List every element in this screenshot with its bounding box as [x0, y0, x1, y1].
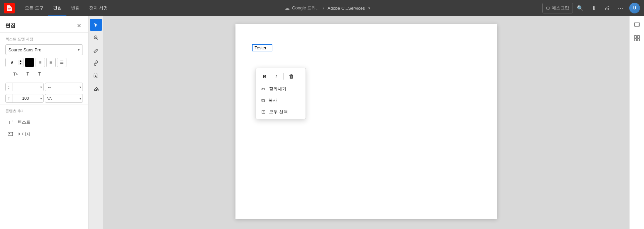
context-copy-label: 복사 [268, 97, 277, 103]
va-icon: VA [45, 94, 54, 102]
download-button[interactable]: ⬇ [588, 2, 600, 14]
canvas-area[interactable]: Tester B I 🗑 ✂ 잘라내기 ⧉ 복사 [103, 16, 629, 229]
menu-convert[interactable]: 변환 [66, 0, 85, 16]
scale-icon: T [6, 94, 12, 102]
font-size-input-wrap: 9 ▲ ▼ [5, 58, 23, 67]
sidebar: 편집 ✕ 텍스트 포맷 지정 Source Sans Pro ▾ 9 ▲ ▼ [0, 16, 89, 229]
select-all-icon: ⊡ [261, 109, 266, 115]
font-size-input[interactable]: 9 [6, 58, 18, 67]
strikethrough-button[interactable]: T [35, 69, 44, 79]
add-image-label: 이미지 [17, 131, 31, 137]
topbar-center: ☁ Google 드라... / Adobe C...Services ▾ [112, 5, 542, 11]
va-chevron[interactable]: ▾ [78, 97, 83, 100]
add-image-icon: + [7, 130, 15, 138]
sidebar-close-button[interactable]: ✕ [75, 21, 83, 30]
svg-line-5 [97, 39, 98, 40]
line-spacing-chevron[interactable]: ▾ [39, 85, 43, 89]
avatar[interactable]: U [629, 3, 640, 13]
more-options-button[interactable]: ⋯ [614, 2, 627, 14]
ordered-list-button[interactable]: ⊟ [46, 58, 56, 67]
link-tool-button[interactable] [90, 57, 102, 69]
text-box[interactable]: Tester [252, 44, 272, 51]
desktop-label: 데스크탑 [552, 5, 569, 11]
superscript-button[interactable]: TA [11, 69, 20, 79]
line-spacing-row: ↕ ▾ ↔ ▾ [0, 81, 88, 93]
line-spacing-control: ↕ ▾ [5, 83, 44, 91]
pdf-page[interactable]: Tester B I 🗑 ✂ 잘라내기 ⧉ 복사 [235, 24, 497, 219]
font-name-label: Source Sans Pro [8, 47, 78, 52]
add-content-section: 콘텐츠 추가 T + 텍스트 + 이미지 [0, 104, 88, 144]
breadcrumb-drive[interactable]: Google 드라... [292, 5, 319, 11]
unordered-list-button[interactable]: ≡ [36, 58, 45, 67]
print-button[interactable]: 🖨 [601, 2, 613, 14]
svg-rect-14 [637, 39, 640, 41]
svg-rect-13 [634, 39, 637, 41]
select-region-tool-button[interactable]: A [90, 70, 102, 82]
char-spacing-chevron[interactable]: ▾ [78, 85, 83, 89]
context-select-all-label: 모두 선택 [269, 109, 288, 115]
svg-text:T: T [8, 120, 11, 125]
format-section: 텍스트 포맷 지정 Source Sans Pro ▾ 9 ▲ ▼ ≡ ⊟ ☰ [0, 33, 88, 81]
char-spacing-icon: ↔ [45, 83, 54, 91]
comments-button[interactable] [631, 19, 643, 31]
topbar: 모든 도구 편집 변환 전자 서명 ☁ Google 드라... / Adobe… [0, 0, 644, 16]
redact-tool-button[interactable] [90, 83, 102, 95]
panels-button[interactable] [631, 32, 643, 44]
right-panel [629, 16, 644, 229]
context-menu: B I 🗑 ✂ 잘라내기 ⧉ 복사 ⊡ 모두 선택 [256, 68, 306, 119]
format-section-label: 텍스트 포맷 지정 [5, 37, 83, 42]
scale-chevron[interactable]: ▾ [39, 97, 43, 100]
context-bold-button[interactable]: B [260, 72, 269, 81]
app-logo[interactable] [4, 3, 15, 13]
add-text-label: 텍스트 [17, 119, 31, 125]
select-tool-button[interactable] [90, 19, 102, 31]
svg-text:+: + [12, 131, 13, 135]
svg-text:+: + [11, 119, 13, 123]
font-size-down-button[interactable]: ▼ [18, 62, 23, 65]
va-control: VA ▾ [45, 94, 83, 103]
scale-value: 100 [12, 96, 39, 101]
context-italic-button[interactable]: I [271, 72, 281, 81]
breadcrumb-service[interactable]: Adobe C...Services [327, 6, 365, 11]
italic-text-button[interactable]: T [23, 69, 32, 79]
svg-text:A: A [95, 75, 97, 78]
toolsbar: A [89, 16, 103, 229]
text-style-row: TA T T [5, 69, 83, 79]
cloud-icon: ☁ [284, 5, 290, 11]
sidebar-header: 편집 ✕ [0, 16, 88, 33]
menu-edit[interactable]: 편집 [48, 0, 66, 16]
breadcrumb-chevron-icon[interactable]: ▾ [368, 6, 370, 10]
topbar-menu: 모든 도구 편집 변환 전자 서명 [20, 0, 112, 16]
font-size-stepper: ▲ ▼ [18, 60, 23, 65]
menu-all-tools[interactable]: 모든 도구 [20, 0, 48, 16]
breadcrumb-separator: / [323, 6, 324, 11]
line-spacing-icon: ↕ [6, 83, 12, 91]
add-text-item[interactable]: T + 텍스트 [5, 116, 83, 128]
search-button[interactable]: 🔍 [574, 2, 586, 14]
svg-line-10 [97, 89, 98, 91]
copy-icon: ⧉ [261, 97, 265, 103]
char-spacing-control: ↔ ▾ [45, 83, 83, 91]
context-select-all-item[interactable]: ⊡ 모두 선택 [256, 106, 306, 118]
main-layout: 편집 ✕ 텍스트 포맷 지정 Source Sans Pro ▾ 9 ▲ ▼ [0, 16, 644, 229]
svg-rect-11 [634, 36, 637, 38]
context-cut-item[interactable]: ✂ 잘라내기 [256, 83, 306, 95]
sidebar-title: 편집 [5, 22, 15, 29]
zoom-out-tool-button[interactable] [90, 32, 102, 44]
align-button[interactable]: ☰ [57, 58, 66, 67]
edit-tool-button[interactable] [90, 44, 102, 56]
add-image-item[interactable]: + 이미지 [5, 128, 83, 140]
format-row: 9 ▲ ▼ ≡ ⊟ ☰ [5, 58, 83, 67]
context-copy-item[interactable]: ⧉ 복사 [256, 95, 306, 106]
menu-sign[interactable]: 전자 서명 [85, 0, 113, 16]
add-text-icon: T + [7, 118, 15, 126]
color-swatch[interactable] [25, 58, 34, 67]
topbar-right: ⬡ 데스크탑 🔍 ⬇ 🖨 ⋯ U [542, 2, 640, 14]
context-delete-button[interactable]: 🗑 [286, 72, 296, 81]
text-box-content: Tester [255, 45, 266, 50]
font-selector[interactable]: Source Sans Pro ▾ [5, 44, 83, 55]
svg-rect-12 [637, 36, 640, 38]
desktop-icon: ⬡ [546, 6, 550, 11]
context-toolbar-separator [283, 73, 284, 80]
desktop-button[interactable]: ⬡ 데스크탑 [542, 3, 573, 13]
